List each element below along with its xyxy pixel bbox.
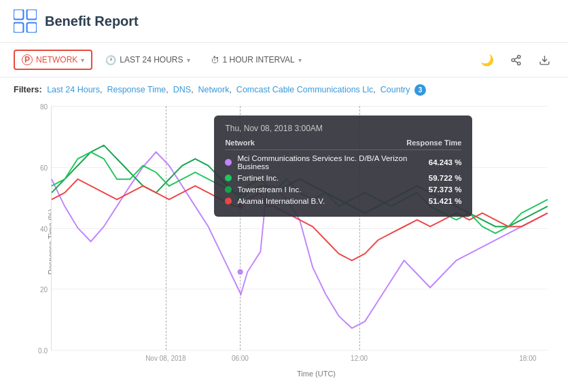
filter-count-badge: 3 [414, 84, 426, 96]
chevron-down-icon: ▾ [187, 56, 190, 64]
chart-area: Response Time (%) 80 60 40 20 0.0 [0, 99, 568, 391]
timer-icon: ⏱ [211, 55, 219, 65]
svg-point-5 [512, 58, 514, 61]
chevron-down-icon: ▾ [81, 56, 84, 64]
network-dropdown[interactable]: P NETWORK ▾ [14, 50, 92, 70]
network-label: NETWORK [36, 55, 77, 65]
network-p-icon: P [22, 54, 33, 65]
svg-rect-2 [14, 23, 23, 33]
x-axis-label: Time (UTC) [85, 370, 548, 378]
filters-bar: Filters: Last 24 Hours, Response Time, D… [0, 77, 568, 99]
svg-point-6 [517, 62, 520, 65]
moon-icon: 🌙 [480, 54, 494, 67]
interval-dropdown[interactable]: ⏱ 1 HOUR INTERVAL ▾ [203, 51, 309, 69]
dot-verizon [237, 268, 244, 275]
y-tick-60: 60 [40, 164, 48, 171]
gridline-0: 0.0 [52, 350, 548, 351]
y-tick-80: 80 [40, 103, 48, 111]
share-button[interactable] [505, 50, 526, 70]
y-tick-40: 40 [40, 225, 48, 232]
chart-svg [52, 106, 548, 350]
svg-line-8 [514, 57, 518, 59]
share-icon [510, 54, 522, 66]
svg-line-7 [514, 60, 518, 63]
filter-dns[interactable]: DNS [173, 85, 191, 94]
x-tick-18: 18:00 [519, 355, 536, 362]
dot-fortinet [237, 190, 244, 196]
filter-response-time[interactable]: Response Time [107, 85, 166, 94]
filter-network[interactable]: Network [198, 85, 230, 94]
svg-rect-0 [14, 10, 23, 19]
dot-towerstream [237, 196, 244, 203]
chevron-down-icon: ▾ [298, 56, 302, 64]
filter-comcast[interactable]: Comcast Cable Communications Llc [236, 85, 373, 94]
time-range-dropdown[interactable]: 🕐 LAST 24 HOURS ▾ [98, 51, 197, 69]
toolbar-actions: 🌙 [477, 50, 554, 70]
dark-mode-button[interactable]: 🌙 [477, 50, 497, 70]
app-logo [14, 10, 37, 33]
header: Benefit Report [0, 0, 568, 43]
y-tick-20: 20 [40, 286, 48, 293]
svg-point-4 [517, 55, 520, 58]
toolbar: P NETWORK ▾ 🕐 LAST 24 HOURS ▾ ⏱ 1 HOUR I… [0, 43, 568, 77]
chart-wrapper: Response Time (%) 80 60 40 20 0.0 [51, 106, 548, 378]
page-title: Benefit Report [45, 14, 139, 29]
x-tick-06: 06:00 [232, 355, 249, 362]
clock-icon: 🕐 [105, 55, 116, 65]
svg-rect-1 [27, 10, 37, 19]
dot-akamai [237, 203, 244, 210]
filter-last24hours[interactable]: Last 24 Hours [47, 85, 100, 94]
download-icon [539, 54, 550, 66]
download-button[interactable] [534, 50, 554, 70]
chart-grid: 80 60 40 20 0.0 Nov 08, 2018 06:00 12:00… [51, 106, 548, 351]
time-range-label: LAST 24 HOURS [120, 55, 183, 65]
x-tick-nov08: Nov 08, 2018 [145, 355, 186, 362]
line-towerstream [52, 145, 548, 227]
filter-country[interactable]: Country [380, 85, 410, 94]
filters-label: Filters: [14, 85, 42, 94]
svg-rect-3 [27, 23, 37, 33]
y-tick-0: 0.0 [38, 347, 48, 355]
interval-label: 1 HOUR INTERVAL [223, 55, 295, 65]
x-tick-12: 12:00 [351, 355, 368, 362]
